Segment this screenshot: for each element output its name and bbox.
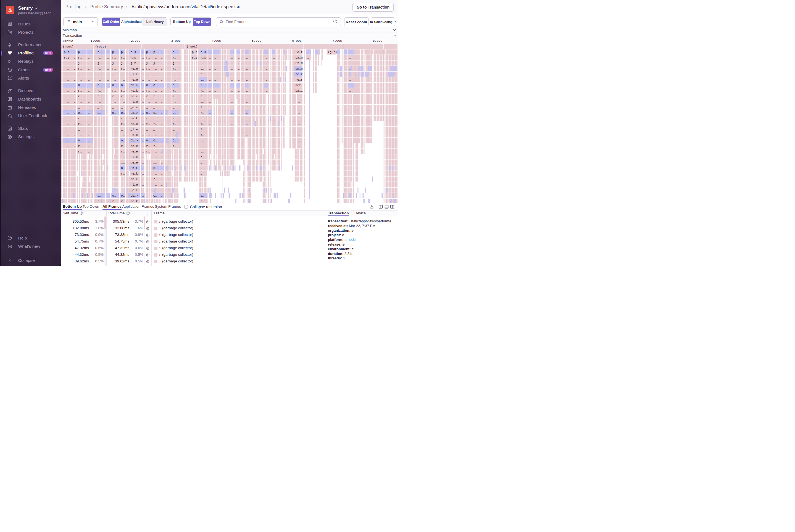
svg-text:_e…e: _e…e <box>130 133 138 137</box>
svg-text:…: … <box>74 56 76 59</box>
svg-text:r…: r… <box>201 84 204 87</box>
svg-text:…: … <box>142 95 144 98</box>
svg-text:…: … <box>142 145 144 148</box>
svg-text:r…: r… <box>153 56 157 59</box>
svg-text:…: … <box>68 67 69 71</box>
svg-text:act: act <box>296 84 301 87</box>
svg-text:_…: _… <box>121 106 125 109</box>
svg-text:…: … <box>74 111 76 115</box>
svg-text:_l…e: _l…e <box>130 100 138 103</box>
svg-text:(root): (root) <box>187 45 198 48</box>
svg-text:…: … <box>74 100 76 103</box>
svg-text:r…: r… <box>201 200 204 203</box>
svg-text:…: … <box>201 167 203 170</box>
svg-text:r…: r… <box>112 89 116 93</box>
svg-text:_l…e: _l…e <box>130 73 138 76</box>
svg-text:O…: O… <box>78 139 82 142</box>
svg-text:0…: 0… <box>201 100 204 103</box>
svg-text:…: … <box>68 62 69 65</box>
svg-text:r…s: r…s <box>64 56 69 59</box>
svg-text:…: … <box>161 189 163 192</box>
svg-text:_…: _… <box>78 106 82 109</box>
svg-text:…: … <box>209 78 211 81</box>
svg-text:…: … <box>161 67 163 71</box>
svg-text:…: … <box>74 117 76 120</box>
svg-text:…: … <box>231 95 233 98</box>
svg-text:…: … <box>238 84 240 87</box>
svg-text:…: … <box>298 106 300 109</box>
svg-text:r…: r… <box>112 67 116 71</box>
svg-text:…: … <box>142 67 144 71</box>
svg-text:_e…e: _e…e <box>130 106 138 109</box>
svg-text:…: … <box>246 133 248 137</box>
svg-text:_l…e: _l…e <box>130 183 138 187</box>
svg-text:…: … <box>214 73 216 76</box>
svg-text:O…: O… <box>173 139 176 142</box>
svg-text:_…: _… <box>121 161 125 164</box>
svg-text:…: … <box>68 73 69 76</box>
svg-text:…: … <box>142 84 144 87</box>
svg-text:…: … <box>231 84 233 87</box>
svg-text:r…: r… <box>146 150 150 153</box>
svg-text:c…: c… <box>201 67 204 71</box>
svg-text:O…: O… <box>78 84 82 87</box>
svg-text:r…: r… <box>112 200 116 203</box>
svg-text:r…: r… <box>121 117 125 120</box>
svg-text:…: … <box>142 183 144 187</box>
svg-text:_…: _… <box>112 73 116 76</box>
svg-text:…: … <box>231 56 233 59</box>
svg-text:r…: r… <box>112 56 116 59</box>
svg-text:O…: O… <box>146 111 150 115</box>
svg-text:Ob…>: Ob…> <box>131 111 138 115</box>
svg-text:…: … <box>298 100 300 103</box>
svg-text:u…: u… <box>201 145 204 148</box>
svg-text:r…: r… <box>173 89 176 93</box>
svg-text:…: … <box>161 106 163 109</box>
svg-text:…: … <box>68 95 69 98</box>
svg-text:r…: r… <box>121 95 125 98</box>
svg-text:…: … <box>246 89 248 93</box>
svg-text:…: … <box>238 95 240 98</box>
svg-text:…: … <box>161 117 163 120</box>
svg-text:p…: p… <box>112 51 116 54</box>
svg-text:…: … <box>161 89 163 93</box>
svg-text:…: … <box>209 117 211 120</box>
svg-text:_e…e: _e…e <box>130 161 138 164</box>
svg-text:re…r: re…r <box>296 78 303 81</box>
svg-text:…: … <box>68 106 69 109</box>
svg-text:…: … <box>349 56 351 59</box>
svg-text:…: … <box>266 56 268 59</box>
svg-text:…: … <box>88 73 90 76</box>
svg-text:p…s: p…s <box>192 51 197 54</box>
svg-text:ba…1: ba…1 <box>296 89 303 93</box>
svg-text:_…: _… <box>112 100 116 103</box>
svg-text:…: … <box>349 89 351 93</box>
svg-text:0…: 0… <box>121 194 125 197</box>
svg-text:f…: f… <box>201 122 204 126</box>
svg-text:j…: j… <box>153 62 157 65</box>
svg-text:Pr…d: Pr…d <box>296 62 303 65</box>
svg-text:…: … <box>238 51 240 54</box>
svg-text:…: … <box>74 139 76 142</box>
svg-text:r…: r… <box>78 89 82 93</box>
svg-text:r…: r… <box>112 95 116 98</box>
svg-text:r…: r… <box>201 111 204 115</box>
svg-text:(root): (root) <box>95 45 106 48</box>
svg-text:p…: p… <box>173 51 176 54</box>
svg-text:p…s: p…s <box>201 51 206 54</box>
svg-text:…: … <box>266 67 268 71</box>
svg-text:…: … <box>108 78 109 81</box>
svg-text:…: … <box>68 122 69 126</box>
svg-text:r…: r… <box>201 139 204 142</box>
svg-text:re…k: re…k <box>131 172 138 175</box>
svg-text:…: … <box>161 84 163 87</box>
svg-text:_…: _… <box>121 78 125 81</box>
svg-text:…: … <box>142 51 144 54</box>
svg-text:…: … <box>74 95 76 98</box>
svg-text:O…: O… <box>173 111 176 115</box>
svg-text:r…: r… <box>121 56 125 59</box>
svg-text:r…: r… <box>97 56 101 59</box>
svg-text:…: … <box>88 122 90 126</box>
svg-text:…: … <box>108 73 109 76</box>
svg-text:…: … <box>161 167 163 170</box>
